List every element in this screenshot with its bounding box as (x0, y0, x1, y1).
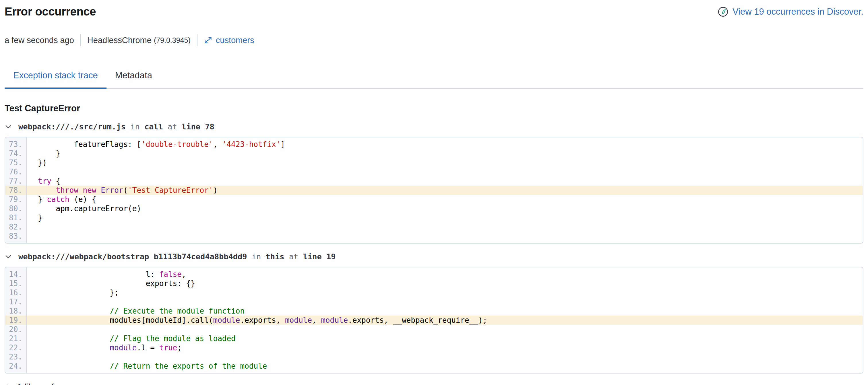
line-number: 24. (5, 361, 27, 371)
code-padding-row (5, 267, 863, 270)
library-frames-toggle[interactable]: 1 library frame (5, 382, 863, 385)
stack-frame: webpack:///./src/rum.js in call at line … (5, 122, 863, 244)
tab-bar: Exception stack trace Metadata (5, 70, 863, 89)
frame-file-path: webpack:///webpack/bootstrap b1113b74ced… (19, 252, 247, 261)
code-line: 79.} catch (e) { (5, 195, 863, 204)
code-text (27, 371, 863, 373)
line-number: 23. (5, 352, 27, 361)
exception-message: Test CaptureError (5, 103, 863, 114)
code-line: 74. } (5, 149, 863, 158)
discover-compass-icon (718, 6, 728, 17)
code-line: 82. (5, 222, 863, 231)
browser-name: HeadlessChrome (87, 36, 152, 45)
code-line: 15. exports: {} (5, 279, 863, 288)
line-number (5, 241, 27, 243)
line-number: 81. (5, 213, 27, 222)
code-text: modules[moduleId].call(module.exports, m… (27, 316, 863, 325)
line-number (5, 267, 27, 270)
user-link-label: customers (216, 36, 254, 45)
code-text: apm.captureError(e) (27, 204, 863, 213)
browser-version: (79.0.3945) (154, 36, 191, 44)
chevron-down-icon (5, 123, 12, 131)
code-text (27, 297, 863, 307)
code-line: 83. (5, 231, 863, 241)
code-snippet: 14. l: false,15. exports: {}16. };17. 18… (5, 267, 863, 374)
view-occurrences-discover-link[interactable]: View 19 occurrences in Discover. (718, 6, 863, 17)
page-title: Error occurrence (5, 5, 96, 18)
code-text: // Execute the module function (27, 307, 863, 316)
code-text (27, 241, 863, 243)
tab-metadata[interactable]: Metadata (106, 70, 161, 89)
page-header: Error occurrence View 19 occurrences in … (5, 5, 863, 18)
code-text (27, 222, 863, 231)
code-text: }) (27, 158, 863, 167)
code-line: 80. apm.captureError(e) (5, 204, 863, 213)
frame-function-name: this (266, 252, 284, 261)
line-number: 77. (5, 177, 27, 186)
error-occurrence-page: Error occurrence View 19 occurrences in … (0, 0, 868, 385)
code-line: 14. l: false, (5, 270, 863, 279)
timestamp-ago: a few seconds ago (5, 36, 74, 45)
code-text: throw new Error('Test CaptureError') (27, 186, 863, 195)
error-meta-row: a few seconds ago HeadlessChrome (79.0.3… (5, 34, 863, 46)
divider (81, 34, 81, 46)
discover-link-label: View 19 occurrences in Discover. (733, 7, 863, 17)
frame-line-number: line 78 (182, 122, 214, 131)
code-text: // Flag the module as loaded (27, 334, 863, 343)
code-line: 78. throw new Error('Test CaptureError') (5, 186, 863, 195)
line-number: 82. (5, 222, 27, 231)
code-text: featureFlags: ['double-trouble', '4423-h… (27, 140, 863, 149)
code-padding-row (5, 137, 863, 140)
code-text (27, 267, 863, 270)
code-text (27, 352, 863, 361)
user-link[interactable]: customers (204, 36, 254, 45)
line-number: 15. (5, 279, 27, 288)
code-text: // Return the exports of the module (27, 361, 863, 371)
code-text: l: false, (27, 270, 863, 279)
code-line: 20. (5, 325, 863, 334)
line-number: 79. (5, 195, 27, 204)
line-number: 78. (5, 186, 27, 195)
line-number: 19. (5, 316, 27, 325)
shared-user-arrows-icon (204, 36, 212, 44)
code-line: 17. (5, 297, 863, 307)
code-text: }; (27, 288, 863, 297)
line-number: 17. (5, 297, 27, 307)
line-number: 14. (5, 270, 27, 279)
library-frames-label: 1 library frame (17, 382, 74, 385)
divider (197, 34, 197, 46)
code-line: 73. featureFlags: ['double-trouble', '44… (5, 140, 863, 149)
code-line: 75.}) (5, 158, 863, 167)
tab-exception-stack-trace[interactable]: Exception stack trace (5, 70, 106, 89)
line-number: 18. (5, 307, 27, 316)
code-line: 77.try { (5, 177, 863, 186)
frame-function-name: call (144, 122, 163, 131)
frame-file-path: webpack:///./src/rum.js (19, 122, 126, 131)
line-number: 80. (5, 204, 27, 213)
line-number: 76. (5, 167, 27, 177)
code-text: module.l = true; (27, 343, 863, 352)
code-padding-row (5, 371, 863, 373)
code-line: 18. // Execute the module function (5, 307, 863, 316)
code-line: 81.} (5, 213, 863, 222)
stack-frame: webpack:///webpack/bootstrap b1113b74ced… (5, 252, 863, 374)
code-line: 16. }; (5, 288, 863, 297)
line-number: 74. (5, 149, 27, 158)
line-number (5, 137, 27, 140)
code-text (27, 325, 863, 334)
line-number: 16. (5, 288, 27, 297)
code-text: } (27, 213, 863, 222)
code-padding-row (5, 241, 863, 243)
code-line: 21. // Flag the module as loaded (5, 334, 863, 343)
line-number: 83. (5, 231, 27, 241)
line-number: 73. (5, 140, 27, 149)
stack-frame-header[interactable]: webpack:///./src/rum.js in call at line … (5, 122, 863, 131)
code-text: exports: {} (27, 279, 863, 288)
line-number: 22. (5, 343, 27, 352)
code-text (27, 137, 863, 140)
chevron-right-icon (5, 384, 12, 385)
stack-frame-header[interactable]: webpack:///webpack/bootstrap b1113b74ced… (5, 252, 863, 261)
code-line: 24. // Return the exports of the module (5, 361, 863, 371)
line-number: 20. (5, 325, 27, 334)
line-number (5, 371, 27, 373)
